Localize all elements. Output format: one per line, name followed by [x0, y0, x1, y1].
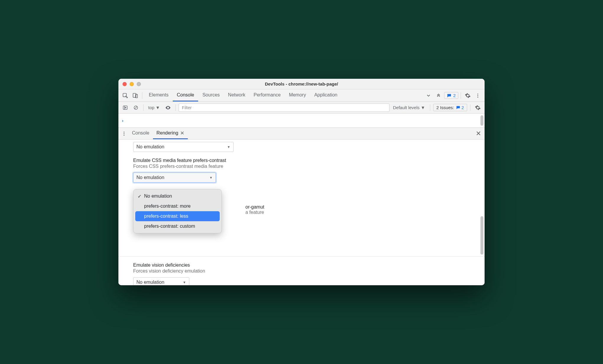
settings-gear-icon[interactable] — [463, 91, 472, 100]
tab-performance[interactable]: Performance — [250, 89, 285, 101]
option-label: prefers-contrast: more — [144, 204, 190, 209]
divider — [175, 104, 176, 111]
caret-down-icon: ▼ — [227, 145, 230, 149]
issues-count: 2 — [462, 105, 464, 110]
console-settings-gear-icon[interactable] — [473, 103, 482, 112]
live-expression-eye-icon[interactable] — [164, 103, 172, 112]
svg-point-9 — [124, 133, 125, 134]
issues-badge[interactable]: 2 Issues: 2 — [433, 104, 467, 111]
svg-point-4 — [477, 95, 478, 96]
scrollbar-thumb[interactable] — [480, 216, 483, 255]
tab-network[interactable]: Network — [224, 89, 250, 101]
caret-down-icon: ▼ — [421, 105, 425, 110]
drawer-tab-label: Rendering — [157, 130, 178, 136]
main-tabs: Elements Console Sources Network Perform… — [145, 89, 341, 101]
prefers-contrast-select[interactable]: No emulation ▼ — [133, 173, 216, 183]
option-label: prefers-contrast: custom — [144, 224, 195, 229]
check-icon: ✓ — [137, 194, 142, 199]
prompt-caret-icon: › — [122, 118, 123, 123]
devtools-window: DevTools - chrome://new-tab-page/ Elemen… — [118, 79, 485, 285]
tab-label: Performance — [254, 92, 281, 98]
tab-label: Elements — [149, 92, 169, 98]
drawer-tabbar: Console Rendering ✕ ✕ — [118, 128, 485, 140]
more-tabs-chevrons-icon[interactable] — [434, 91, 443, 100]
svg-point-3 — [477, 94, 478, 94]
section-desc: Forces CSS prefers-contrast media featur… — [133, 164, 485, 169]
section-prefers-contrast: Emulate CSS media feature prefers-contra… — [133, 158, 485, 183]
levels-label: Default levels — [393, 105, 420, 110]
select-value: No emulation — [136, 144, 164, 150]
option-label: No emulation — [144, 194, 172, 199]
main-tabbar: Elements Console Sources Network Perform… — [118, 89, 485, 102]
window-title: DevTools - chrome://new-tab-page/ — [118, 81, 485, 86]
tab-memory[interactable]: Memory — [285, 89, 310, 101]
clear-console-icon[interactable] — [131, 103, 140, 112]
tab-elements[interactable]: Elements — [145, 89, 173, 101]
section-desc: Forces vision deficiency emulation — [133, 268, 485, 274]
divider — [461, 92, 461, 99]
section-title: Emulate CSS media feature prefers-contra… — [133, 158, 485, 163]
drawer-kebab-icon[interactable] — [120, 129, 128, 138]
drawer-tab-label: Console — [132, 130, 149, 136]
console-body[interactable]: › — [118, 114, 485, 128]
prefers-contrast-dropdown: ✓ No emulation prefers-contrast: more pr… — [133, 189, 222, 233]
divider — [143, 104, 144, 111]
drawer-tab-console[interactable]: Console — [128, 128, 153, 139]
divider — [430, 104, 430, 111]
caret-down-icon: ▼ — [183, 281, 186, 284]
section-title: Emulate vision deficiencies — [133, 263, 485, 268]
vision-deficiency-select[interactable]: No emulation ▼ — [133, 277, 189, 285]
divider — [470, 104, 470, 111]
filter-placeholder: Filter — [182, 105, 192, 110]
caret-down-icon: ▼ — [156, 105, 160, 110]
select-value: No emulation — [136, 175, 164, 180]
dropdown-option-less[interactable]: prefers-contrast: less — [135, 211, 220, 221]
toggle-sidebar-icon[interactable] — [121, 103, 130, 112]
caret-down-icon: ▼ — [209, 176, 213, 179]
issues-label: 2 Issues: — [436, 105, 454, 110]
section-title-tail: or-gamut — [245, 204, 264, 210]
tab-label: Memory — [289, 92, 306, 98]
log-levels-selector[interactable]: Default levels ▼ — [391, 105, 427, 110]
messages-count: 2 — [453, 93, 456, 98]
section-vision-deficiencies: Emulate vision deficiencies Forces visio… — [133, 263, 485, 285]
close-drawer-icon[interactable]: ✕ — [476, 130, 481, 137]
dropdown-option-no-emulation[interactable]: ✓ No emulation — [135, 191, 220, 201]
tab-label: Application — [314, 92, 337, 98]
console-toolbar: top ▼ Filter Default levels ▼ 2 Issues: … — [118, 102, 485, 114]
section-divider — [118, 256, 485, 257]
context-selector[interactable]: top ▼ — [146, 105, 162, 110]
rendering-panel: No emulation ▼ Emulate CSS media feature… — [118, 140, 485, 285]
select-value: No emulation — [136, 280, 164, 285]
titlebar: DevTools - chrome://new-tab-page/ — [118, 79, 485, 89]
divider — [142, 92, 142, 99]
tab-application[interactable]: Application — [310, 89, 341, 101]
svg-point-8 — [124, 132, 125, 132]
dropdown-option-custom[interactable]: prefers-contrast: custom — [135, 221, 220, 231]
context-label: top — [148, 105, 154, 110]
inspect-element-icon[interactable] — [121, 91, 130, 100]
kebab-menu-icon[interactable] — [473, 91, 482, 100]
close-tab-icon[interactable]: ✕ — [180, 130, 184, 136]
section-desc-tail: a feature — [245, 210, 264, 215]
messages-badge[interactable]: 2 — [444, 92, 458, 99]
tab-sources[interactable]: Sources — [198, 89, 224, 101]
more-tabs-icon[interactable] — [424, 91, 433, 100]
tab-console[interactable]: Console — [173, 89, 198, 101]
tab-label: Sources — [202, 92, 220, 98]
emulation-select-prior[interactable]: No emulation ▼ — [133, 142, 234, 152]
svg-point-10 — [124, 135, 125, 135]
tab-label: Network — [228, 92, 245, 98]
tab-label: Console — [177, 92, 194, 98]
svg-point-5 — [477, 96, 478, 97]
device-toggle-icon[interactable] — [131, 91, 140, 100]
dropdown-option-more[interactable]: prefers-contrast: more — [135, 201, 220, 211]
drawer-tab-rendering[interactable]: Rendering ✕ — [153, 128, 188, 139]
option-label: prefers-contrast: less — [144, 214, 188, 219]
filter-input[interactable]: Filter — [179, 104, 389, 112]
